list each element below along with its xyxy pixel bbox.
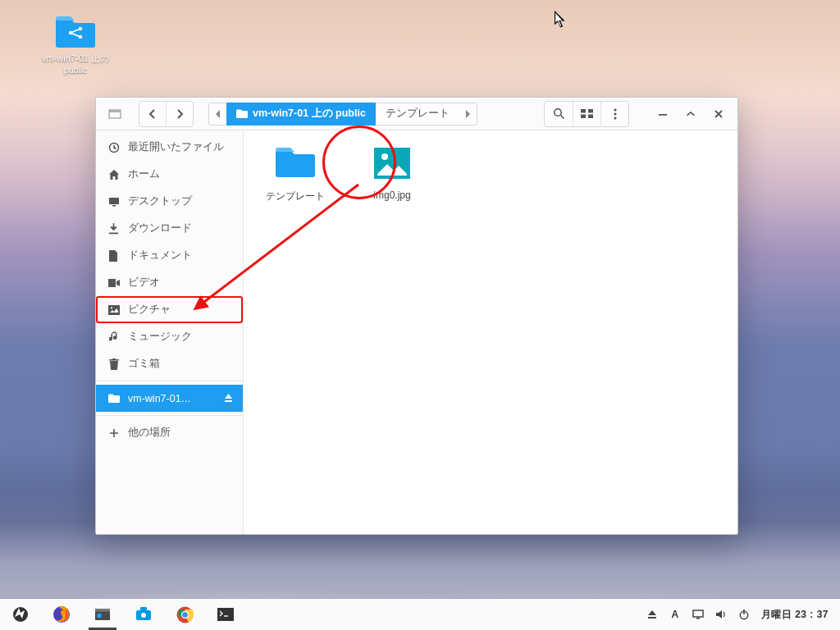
- image-file-icon: [371, 142, 413, 185]
- sidebar-divider: [96, 415, 243, 416]
- sidebar-item-downloads[interactable]: ダウンロード: [96, 215, 243, 242]
- breadcrumb-current-label: vm-win7-01 上の public: [253, 107, 366, 121]
- svg-point-33: [182, 612, 188, 618]
- sidebar-item-pictures[interactable]: ピクチャ: [96, 296, 243, 323]
- video-icon: [107, 276, 120, 289]
- titlebar: vm-win7-01 上の public テンプレート: [96, 98, 737, 130]
- sidebar-item-label: 他の場所: [128, 426, 171, 440]
- folder-share-icon: [54, 15, 97, 49]
- svg-point-12: [614, 116, 616, 119]
- taskbar-software[interactable]: [123, 599, 164, 630]
- folder-icon: [274, 142, 317, 185]
- file-label: テンプレート: [258, 189, 332, 203]
- svg-point-5: [554, 109, 561, 116]
- file-item-img0[interactable]: img0.jpg: [355, 142, 429, 203]
- sidebar-item-label: ホーム: [128, 167, 160, 181]
- sidebar-item-desktop[interactable]: デスクトップ: [96, 188, 243, 215]
- svg-rect-18: [108, 279, 116, 287]
- svg-rect-38: [743, 609, 745, 614]
- sidebar-item-label: vm-win7-01…: [128, 393, 191, 404]
- svg-point-30: [141, 613, 146, 618]
- sidebar-item-label: ダウンロード: [128, 221, 192, 235]
- svg-point-20: [110, 307, 112, 308]
- sidebar-item-recent[interactable]: 最近開いたファイル: [96, 134, 243, 161]
- tray-power-icon[interactable]: [738, 609, 750, 620]
- tray-eject-icon[interactable]: [646, 609, 658, 620]
- mouse-cursor-icon: [555, 11, 568, 27]
- breadcrumb: vm-win7-01 上の public テンプレート: [208, 102, 477, 126]
- trash-icon: [107, 358, 120, 370]
- svg-rect-35: [693, 610, 703, 617]
- svg-rect-34: [217, 608, 234, 621]
- sidebar-item-mounted-share[interactable]: vm-win7-01…: [96, 385, 243, 412]
- svg-point-10: [614, 108, 616, 111]
- maximize-button[interactable]: [678, 102, 703, 126]
- sidebar-item-trash[interactable]: ゴミ箱: [96, 350, 243, 377]
- svg-rect-36: [696, 618, 700, 619]
- sidebar-item-label: ビデオ: [128, 276, 160, 290]
- menu-button[interactable]: [600, 102, 628, 126]
- file-pane[interactable]: テンプレート img0.jpg: [244, 130, 737, 534]
- taskbar-chrome[interactable]: [164, 599, 205, 630]
- sidebar-item-home[interactable]: ホーム: [96, 161, 243, 188]
- back-button[interactable]: [139, 102, 166, 126]
- svg-rect-8: [581, 115, 586, 119]
- sidebar-item-videos[interactable]: ビデオ: [96, 269, 243, 296]
- document-icon: [107, 249, 120, 262]
- svg-rect-13: [659, 114, 667, 116]
- file-manager-window: vm-win7-01 上の public テンプレート: [95, 97, 738, 535]
- desktop-icon: [107, 195, 120, 208]
- download-icon: [107, 222, 120, 235]
- svg-rect-6: [581, 109, 586, 113]
- tray-display-icon[interactable]: [692, 609, 704, 620]
- breadcrumb-segment-current[interactable]: vm-win7-01 上の public: [226, 103, 376, 126]
- svg-rect-9: [588, 115, 593, 119]
- sidebar-item-music[interactable]: ミュージック: [96, 323, 243, 350]
- minimize-button[interactable]: [651, 102, 675, 126]
- svg-rect-4: [109, 110, 121, 112]
- tray-volume-icon[interactable]: [715, 609, 727, 620]
- svg-rect-15: [109, 198, 119, 204]
- breadcrumb-next-label: テンプレート: [386, 107, 450, 121]
- plus-icon: [107, 427, 120, 439]
- taskbar-clock[interactable]: 月曜日 23 : 37: [761, 608, 829, 622]
- start-menu-button[interactable]: [0, 599, 41, 630]
- folder-icon: [236, 109, 248, 119]
- sidebar-item-documents[interactable]: ドキュメント: [96, 242, 243, 269]
- taskbar-terminal[interactable]: [205, 599, 246, 630]
- forward-button[interactable]: [167, 102, 193, 126]
- sidebar-divider: [96, 381, 243, 381]
- sidebar-item-label: ゴミ箱: [128, 357, 160, 371]
- desktop-icon-public-share[interactable]: vm-win7-01 上の public: [39, 15, 112, 76]
- svg-point-22: [381, 153, 388, 160]
- music-icon: [107, 331, 120, 343]
- taskbar-firefox[interactable]: [41, 599, 82, 630]
- picture-icon: [107, 304, 120, 316]
- svg-rect-7: [588, 109, 593, 113]
- svg-point-11: [614, 112, 616, 115]
- tray-input-method[interactable]: A: [669, 609, 681, 620]
- search-button[interactable]: [545, 102, 573, 126]
- breadcrumb-prev[interactable]: [208, 103, 226, 126]
- desktop: vm-win7-01 上の public: [0, 0, 840, 630]
- svg-rect-26: [95, 609, 110, 612]
- breadcrumb-next[interactable]: [459, 103, 477, 126]
- close-button[interactable]: [706, 102, 731, 126]
- folder-icon: [107, 392, 120, 404]
- sidebar: 最近開いたファイル ホーム デスクトップ ダウンロード ドキュメント: [96, 130, 244, 534]
- breadcrumb-segment-templates[interactable]: テンプレート: [376, 103, 459, 126]
- desktop-icon-label: vm-win7-01 上の public: [39, 52, 112, 76]
- sidebar-item-label: ドキュメント: [128, 249, 192, 262]
- file-item-templates-folder[interactable]: テンプレート: [258, 142, 332, 203]
- view-toggle-button[interactable]: [573, 102, 600, 126]
- taskbar-files[interactable]: [82, 599, 123, 630]
- sidebar-item-other-locations[interactable]: 他の場所: [96, 419, 243, 446]
- svg-rect-19: [108, 305, 120, 315]
- svg-rect-27: [98, 614, 102, 618]
- toolbar-right-group: [544, 101, 629, 127]
- sidebar-item-label: ピクチャ: [128, 303, 171, 317]
- taskbar: A 月曜日 23 : 37: [0, 599, 840, 630]
- eject-icon[interactable]: [222, 392, 235, 404]
- svg-rect-29: [140, 607, 147, 611]
- new-window-icon: [103, 102, 127, 126]
